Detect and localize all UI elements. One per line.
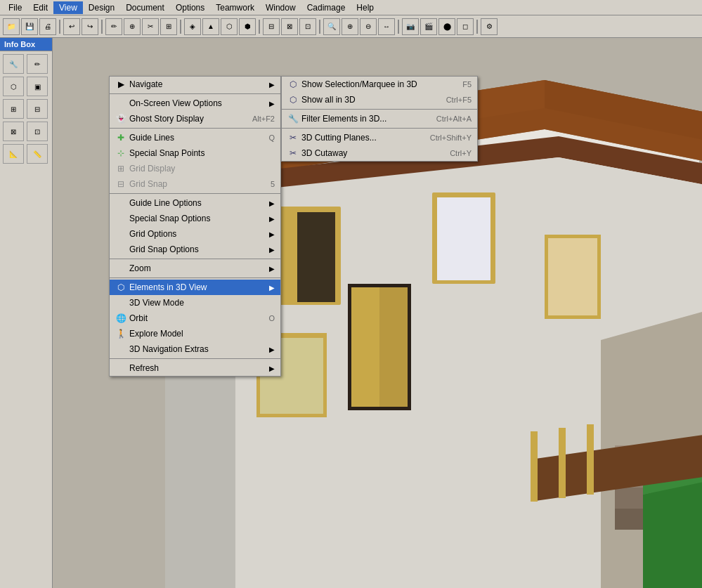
menu-navigate[interactable]: ▶ Navigate ▶ <box>110 77 280 92</box>
menu-guidelineopts[interactable]: Guide Line Options ▶ <box>110 195 280 211</box>
submenu-showall[interactable]: ⬡ Show all in 3D Ctrl+F5 <box>282 92 477 107</box>
left-tool-3[interactable]: ⬡ <box>3 77 24 96</box>
toolbar-btn-23[interactable]: ⚙ <box>481 18 498 35</box>
toolbar-btn-14[interactable]: ⊡ <box>299 18 316 35</box>
toolbar-btn-12[interactable]: ⊟ <box>263 18 280 35</box>
menu-griddisplay: ⊞ Grid Display <box>110 161 280 176</box>
toolbar: 📁 💾 🖨 ↩ ↪ ✏ ⊕ ✂ ⊞ ◈ ▲ ⬡ ⬢ ⊟ ⊠ ⊡ 🔍 ⊕ ⊖ ↔ … <box>0 15 702 38</box>
toolbar-sep-3 <box>180 20 181 34</box>
submenu-cutaway[interactable]: ✂ 3D Cutaway Ctrl+Y <box>282 145 477 161</box>
nav3d-icon <box>115 344 126 355</box>
left-tool-2[interactable]: ✏ <box>27 54 48 74</box>
toolbar-btn-undo[interactable]: ↩ <box>63 18 80 35</box>
left-tool-1[interactable]: 🔧 <box>3 54 24 74</box>
svg-rect-18 <box>379 287 408 407</box>
menu-gridopts[interactable]: Grid Options ▶ <box>110 226 280 242</box>
submenu-cuttingplanes[interactable]: ✂ 3D Cutting Planes... Ctrl+Shift+Y <box>282 130 477 145</box>
menu-file[interactable]: File <box>3 1 27 14</box>
menu-sep-3 <box>110 193 280 194</box>
elements-submenu: ⬡ Show Selection/Marquee in 3D F5 ⬡ Show… <box>281 76 478 162</box>
submenu-showselection[interactable]: ⬡ Show Selection/Marquee in 3D F5 <box>282 77 477 92</box>
toolbar-btn-4[interactable]: ✏ <box>105 18 122 35</box>
toolbar-btn-9[interactable]: ▲ <box>202 18 219 35</box>
gridsnapopts-icon <box>115 244 126 255</box>
toolbar-btn-2[interactable]: 💾 <box>21 18 38 35</box>
toolbar-btn-19[interactable]: 📷 <box>402 18 419 35</box>
submenu-filterelements[interactable]: 🔧 Filter Elements in 3D... Ctrl+Alt+A <box>282 111 477 126</box>
elements3d-icon: ⬡ <box>115 282 126 293</box>
toolbar-btn-17[interactable]: ⊖ <box>360 18 377 35</box>
svg-rect-29 <box>531 431 538 502</box>
viewmode3d-icon <box>115 297 126 308</box>
menu-cadimage[interactable]: Cadimage <box>301 1 351 14</box>
toolbar-btn-18[interactable]: ↔ <box>378 18 395 35</box>
left-panel: Info Box 🔧 ✏ ⬡ ▣ ⊞ ⊟ ⊠ ⊡ 📐 📏 <box>0 38 53 588</box>
menu-view[interactable]: View <box>53 1 83 14</box>
toolbar-btn-8[interactable]: ◈ <box>184 18 201 35</box>
toolbar-sep-4 <box>259 20 260 34</box>
left-tool-6[interactable]: ⊟ <box>27 99 48 119</box>
viewport[interactable]: ▶ Navigate ▶ On-Screen View Options ▶ 👻 … <box>53 38 702 588</box>
menu-sep-4 <box>110 259 280 259</box>
toolbar-btn-22[interactable]: ◻ <box>457 18 474 35</box>
left-tool-5[interactable]: ⊞ <box>3 99 24 119</box>
menu-guidelines[interactable]: ✚ Guide Lines Q <box>110 130 280 145</box>
toolbar-sep-1 <box>59 20 60 34</box>
onscreen-icon <box>115 98 126 109</box>
toolbar-btn-13[interactable]: ⊠ <box>281 18 298 35</box>
menu-ghost[interactable]: 👻 Ghost Story Display Alt+F2 <box>110 111 280 126</box>
cuttingplanes-icon: ✂ <box>287 132 299 143</box>
guidelines-icon: ✚ <box>115 132 126 143</box>
left-tool-7[interactable]: ⊠ <box>3 122 24 141</box>
svg-rect-17 <box>351 287 378 407</box>
gridsnap-icon: ⊟ <box>115 178 126 190</box>
menu-design[interactable]: Design <box>83 1 120 14</box>
toolbar-btn-7[interactable]: ⊞ <box>160 18 177 35</box>
menu-viewmode3d[interactable]: 3D View Mode <box>110 295 280 311</box>
menu-refresh[interactable]: Refresh ▶ <box>110 360 280 376</box>
menu-document[interactable]: Document <box>120 1 170 14</box>
toolbar-sep-2 <box>101 20 103 34</box>
toolbar-btn-6[interactable]: ✂ <box>142 18 159 35</box>
menu-specialsnapopts[interactable]: Special Snap Options ▶ <box>110 211 280 226</box>
left-tool-10[interactable]: 📏 <box>27 144 48 164</box>
toolbar-btn-3[interactable]: 🖨 <box>39 18 56 35</box>
left-tool-9[interactable]: 📐 <box>3 144 24 164</box>
ghost-icon: 👻 <box>115 113 126 124</box>
menu-options[interactable]: Options <box>170 1 210 14</box>
toolbar-btn-10[interactable]: ⬡ <box>221 18 238 35</box>
menu-window[interactable]: Window <box>260 1 301 14</box>
toolbar-btn-redo[interactable]: ↪ <box>82 18 98 35</box>
menu-gridsnapopts[interactable]: Grid Snap Options ▶ <box>110 242 280 257</box>
left-tool-4[interactable]: ▣ <box>27 77 48 96</box>
left-tool-8[interactable]: ⊡ <box>27 122 48 141</box>
submenu-sep-1 <box>282 109 477 110</box>
toolbar-btn-20[interactable]: 🎬 <box>420 18 437 35</box>
menu-onscreen[interactable]: On-Screen View Options ▶ <box>110 96 280 111</box>
showselection-icon: ⬡ <box>287 79 299 90</box>
toolbar-btn-11[interactable]: ⬢ <box>239 18 256 35</box>
svg-rect-30 <box>559 428 566 498</box>
menu-specialsnap[interactable]: ⊹ Special Snap Points <box>110 145 280 161</box>
info-box-label: Info Box <box>0 38 52 51</box>
menu-elements3d[interactable]: ⬡ Elements in 3D View ▶ <box>110 280 280 295</box>
menu-nav3d[interactable]: 3D Navigation Extras ▶ <box>110 341 280 357</box>
svg-rect-31 <box>587 424 594 495</box>
toolbar-btn-16[interactable]: ⊕ <box>342 18 358 35</box>
toolbar-btn-15[interactable]: 🔍 <box>323 18 340 35</box>
specialsnapopts-icon <box>115 213 126 224</box>
menu-teamwork[interactable]: Teamwork <box>210 1 260 14</box>
menu-zoom[interactable]: Zoom ▶ <box>110 261 280 276</box>
menu-sep-6 <box>110 358 280 359</box>
menu-help[interactable]: Help <box>351 1 379 14</box>
toolbar-btn-1[interactable]: 📁 <box>3 18 20 35</box>
menu-edit[interactable]: Edit <box>27 1 53 14</box>
menu-explore[interactable]: 🚶 Explore Model <box>110 326 280 341</box>
toolbar-btn-21[interactable]: ⬤ <box>438 18 455 35</box>
menu-orbit[interactable]: 🌐 Orbit O <box>110 311 280 326</box>
specialsnap-icon: ⊹ <box>115 148 126 159</box>
explore-icon: 🚶 <box>115 328 126 339</box>
main-area: Info Box 🔧 ✏ ⬡ ▣ ⊞ ⊟ ⊠ ⊡ 📐 📏 <box>0 38 702 588</box>
menu-sep-2 <box>110 128 280 129</box>
toolbar-btn-5[interactable]: ⊕ <box>124 18 141 35</box>
